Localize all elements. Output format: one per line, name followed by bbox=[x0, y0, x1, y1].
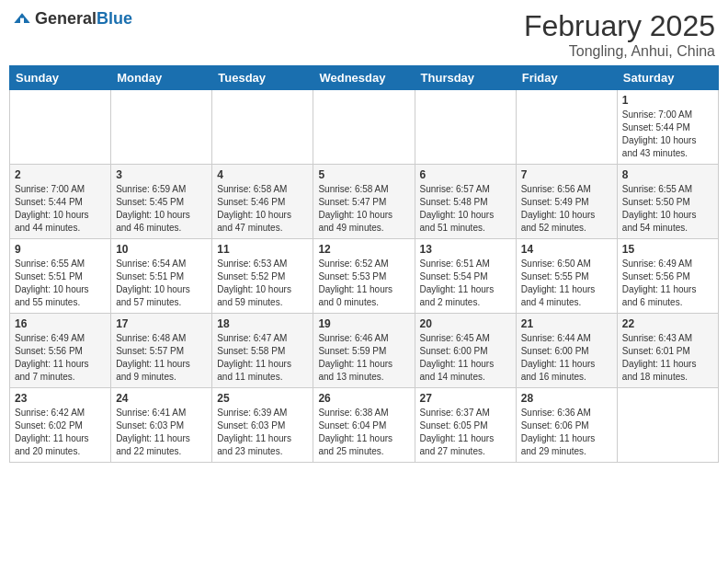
calendar-day: 21Sunrise: 6:44 AM Sunset: 6:00 PM Dayli… bbox=[516, 314, 617, 388]
logo-blue: Blue bbox=[97, 9, 132, 28]
day-info: Sunrise: 6:45 AM Sunset: 6:00 PM Dayligh… bbox=[420, 332, 511, 384]
day-number: 28 bbox=[521, 392, 612, 405]
day-info: Sunrise: 6:54 AM Sunset: 5:51 PM Dayligh… bbox=[116, 258, 207, 309]
day-info: Sunrise: 6:43 AM Sunset: 6:01 PM Dayligh… bbox=[622, 332, 713, 384]
day-info: Sunrise: 6:50 AM Sunset: 5:55 PM Dayligh… bbox=[521, 258, 612, 309]
calendar-day: 1Sunrise: 7:00 AM Sunset: 5:44 PM Daylig… bbox=[617, 90, 718, 165]
calendar-day: 24Sunrise: 6:41 AM Sunset: 6:03 PM Dayli… bbox=[111, 388, 212, 463]
day-info: Sunrise: 6:36 AM Sunset: 6:06 PM Dayligh… bbox=[521, 407, 612, 458]
day-info: Sunrise: 6:53 AM Sunset: 5:52 PM Dayligh… bbox=[217, 258, 308, 309]
calendar-day: 6Sunrise: 6:57 AM Sunset: 5:48 PM Daylig… bbox=[415, 165, 516, 239]
calendar-day: 9Sunrise: 6:55 AM Sunset: 5:51 PM Daylig… bbox=[10, 239, 111, 314]
weekday-header: Sunday bbox=[10, 66, 111, 90]
day-number: 12 bbox=[318, 243, 409, 256]
day-number: 2 bbox=[15, 168, 106, 181]
day-number: 20 bbox=[420, 317, 511, 330]
day-info: Sunrise: 6:38 AM Sunset: 6:04 PM Dayligh… bbox=[318, 407, 409, 458]
empty-day bbox=[212, 90, 313, 165]
calendar-day: 13Sunrise: 6:51 AM Sunset: 5:54 PM Dayli… bbox=[415, 239, 516, 314]
weekday-header: Monday bbox=[111, 66, 212, 90]
month-title: February 2025 bbox=[524, 9, 715, 43]
day-number: 5 bbox=[318, 168, 409, 181]
day-info: Sunrise: 6:49 AM Sunset: 5:56 PM Dayligh… bbox=[15, 332, 106, 384]
logo-general: General bbox=[35, 9, 97, 28]
weekday-header: Saturday bbox=[617, 66, 718, 90]
day-info: Sunrise: 6:39 AM Sunset: 6:03 PM Dayligh… bbox=[217, 407, 308, 458]
calendar-day: 16Sunrise: 6:49 AM Sunset: 5:56 PM Dayli… bbox=[10, 314, 111, 388]
calendar-day: 8Sunrise: 6:55 AM Sunset: 5:50 PM Daylig… bbox=[617, 165, 718, 239]
day-number: 27 bbox=[420, 392, 511, 405]
weekday-header: Thursday bbox=[415, 66, 516, 90]
day-info: Sunrise: 6:57 AM Sunset: 5:48 PM Dayligh… bbox=[420, 183, 511, 235]
location-title: Tongling, Anhui, China bbox=[524, 43, 715, 60]
day-number: 6 bbox=[420, 168, 511, 181]
day-number: 22 bbox=[622, 317, 713, 330]
empty-day bbox=[415, 90, 516, 165]
page-header: GeneralBlue February 2025 Tongling, Anhu… bbox=[9, 9, 719, 60]
weekday-header: Wednesday bbox=[313, 66, 415, 90]
day-number: 14 bbox=[521, 243, 612, 256]
day-number: 13 bbox=[420, 243, 511, 256]
day-number: 11 bbox=[217, 243, 308, 256]
day-number: 15 bbox=[622, 243, 713, 256]
day-info: Sunrise: 6:56 AM Sunset: 5:49 PM Dayligh… bbox=[521, 183, 612, 235]
calendar-day: 12Sunrise: 6:52 AM Sunset: 5:53 PM Dayli… bbox=[313, 239, 415, 314]
day-info: Sunrise: 7:00 AM Sunset: 5:44 PM Dayligh… bbox=[622, 109, 713, 160]
calendar-day: 28Sunrise: 6:36 AM Sunset: 6:06 PM Dayli… bbox=[516, 388, 617, 463]
calendar-day: 4Sunrise: 6:58 AM Sunset: 5:46 PM Daylig… bbox=[212, 165, 313, 239]
day-info: Sunrise: 6:41 AM Sunset: 6:03 PM Dayligh… bbox=[116, 407, 207, 458]
weekday-header: Tuesday bbox=[212, 66, 313, 90]
day-info: Sunrise: 6:55 AM Sunset: 5:51 PM Dayligh… bbox=[15, 258, 106, 309]
calendar-day: 3Sunrise: 6:59 AM Sunset: 5:45 PM Daylig… bbox=[111, 165, 212, 239]
day-number: 9 bbox=[15, 243, 106, 256]
svg-rect-1 bbox=[20, 17, 24, 22]
calendar-day: 7Sunrise: 6:56 AM Sunset: 5:49 PM Daylig… bbox=[516, 165, 617, 239]
empty-day bbox=[10, 90, 111, 165]
empty-day bbox=[516, 90, 617, 165]
calendar-day: 23Sunrise: 6:42 AM Sunset: 6:02 PM Dayli… bbox=[10, 388, 111, 463]
day-number: 10 bbox=[116, 243, 207, 256]
logo-icon bbox=[13, 10, 31, 29]
calendar-day: 10Sunrise: 6:54 AM Sunset: 5:51 PM Dayli… bbox=[111, 239, 212, 314]
calendar-day: 14Sunrise: 6:50 AM Sunset: 5:55 PM Dayli… bbox=[516, 239, 617, 314]
day-info: Sunrise: 6:37 AM Sunset: 6:05 PM Dayligh… bbox=[420, 407, 511, 458]
day-info: Sunrise: 6:47 AM Sunset: 5:58 PM Dayligh… bbox=[217, 332, 308, 384]
calendar-day: 5Sunrise: 6:58 AM Sunset: 5:47 PM Daylig… bbox=[313, 165, 415, 239]
day-info: Sunrise: 6:48 AM Sunset: 5:57 PM Dayligh… bbox=[116, 332, 207, 384]
calendar-day: 26Sunrise: 6:38 AM Sunset: 6:04 PM Dayli… bbox=[313, 388, 415, 463]
day-number: 4 bbox=[217, 168, 308, 181]
day-info: Sunrise: 6:49 AM Sunset: 5:56 PM Dayligh… bbox=[622, 258, 713, 309]
weekday-header: Friday bbox=[516, 66, 617, 90]
day-info: Sunrise: 6:46 AM Sunset: 5:59 PM Dayligh… bbox=[318, 332, 409, 384]
calendar-day: 27Sunrise: 6:37 AM Sunset: 6:05 PM Dayli… bbox=[415, 388, 516, 463]
day-number: 7 bbox=[521, 168, 612, 181]
day-number: 1 bbox=[622, 94, 713, 107]
calendar-day: 2Sunrise: 7:00 AM Sunset: 5:44 PM Daylig… bbox=[10, 165, 111, 239]
logo: GeneralBlue bbox=[13, 9, 132, 29]
day-number: 18 bbox=[217, 317, 308, 330]
empty-day bbox=[617, 388, 718, 463]
day-number: 17 bbox=[116, 317, 207, 330]
calendar-day: 15Sunrise: 6:49 AM Sunset: 5:56 PM Dayli… bbox=[617, 239, 718, 314]
day-number: 21 bbox=[521, 317, 612, 330]
calendar-day: 25Sunrise: 6:39 AM Sunset: 6:03 PM Dayli… bbox=[212, 388, 313, 463]
day-info: Sunrise: 6:44 AM Sunset: 6:00 PM Dayligh… bbox=[521, 332, 612, 384]
calendar-day: 17Sunrise: 6:48 AM Sunset: 5:57 PM Dayli… bbox=[111, 314, 212, 388]
day-number: 3 bbox=[116, 168, 207, 181]
day-info: Sunrise: 6:58 AM Sunset: 5:47 PM Dayligh… bbox=[318, 183, 409, 235]
day-info: Sunrise: 6:59 AM Sunset: 5:45 PM Dayligh… bbox=[116, 183, 207, 235]
day-info: Sunrise: 6:58 AM Sunset: 5:46 PM Dayligh… bbox=[217, 183, 308, 235]
day-number: 23 bbox=[15, 392, 106, 405]
calendar-day: 20Sunrise: 6:45 AM Sunset: 6:00 PM Dayli… bbox=[415, 314, 516, 388]
day-info: Sunrise: 6:42 AM Sunset: 6:02 PM Dayligh… bbox=[15, 407, 106, 458]
calendar-day: 11Sunrise: 6:53 AM Sunset: 5:52 PM Dayli… bbox=[212, 239, 313, 314]
calendar-day: 19Sunrise: 6:46 AM Sunset: 5:59 PM Dayli… bbox=[313, 314, 415, 388]
day-number: 19 bbox=[318, 317, 409, 330]
day-number: 8 bbox=[622, 168, 713, 181]
calendar-table: SundayMondayTuesdayWednesdayThursdayFrid… bbox=[9, 65, 719, 463]
empty-day bbox=[313, 90, 415, 165]
day-info: Sunrise: 7:00 AM Sunset: 5:44 PM Dayligh… bbox=[15, 183, 106, 235]
day-info: Sunrise: 6:52 AM Sunset: 5:53 PM Dayligh… bbox=[318, 258, 409, 309]
day-info: Sunrise: 6:55 AM Sunset: 5:50 PM Dayligh… bbox=[622, 183, 713, 235]
day-number: 26 bbox=[318, 392, 409, 405]
